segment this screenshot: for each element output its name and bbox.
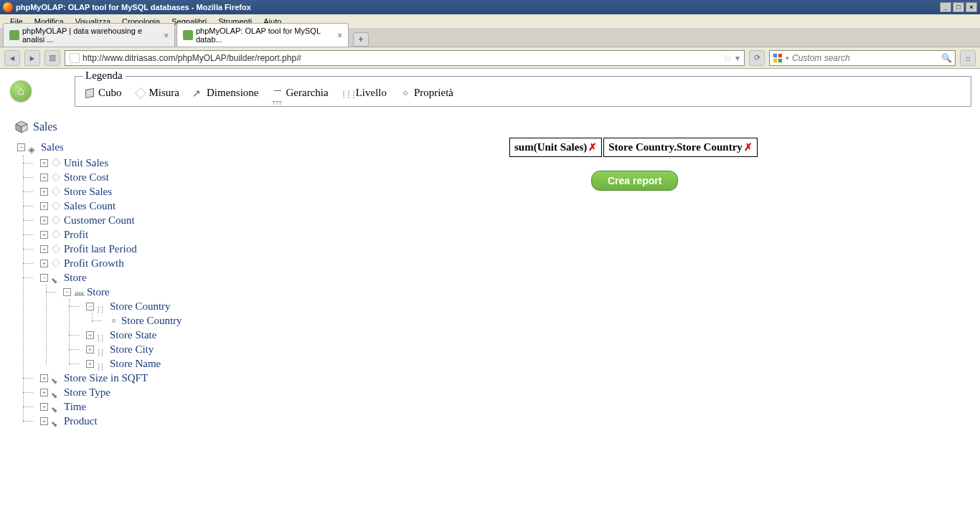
property-icon <box>403 91 407 95</box>
legend-title: Legenda <box>83 70 126 82</box>
bookmark-star-icon[interactable]: ☆ <box>723 52 732 64</box>
property-icon <box>112 319 116 323</box>
tab-close-icon[interactable]: × <box>338 31 342 39</box>
minimize-button[interactable]: _ <box>940 2 951 12</box>
expand-icon[interactable]: + <box>40 174 48 181</box>
measure-icon <box>52 173 60 181</box>
tab-2[interactable]: phpMyOLAP: OLAP tool for MySQL datab... … <box>176 23 349 47</box>
tree-level-name[interactable]: +Store Name <box>86 356 971 371</box>
legend-dimension: Dimensione <box>192 87 259 99</box>
reload-button[interactable]: ⟳ <box>749 50 765 66</box>
search-go-icon[interactable]: 🔍 <box>941 53 952 63</box>
tree-level-country[interactable]: −Store Country <box>86 299 971 313</box>
tree-dim-store-type[interactable]: +Store Type <box>40 385 971 399</box>
level-icon <box>97 344 107 354</box>
cube-icon <box>28 142 38 152</box>
expand-icon[interactable]: + <box>86 360 94 368</box>
new-tab-button[interactable]: + <box>353 32 369 47</box>
collapse-icon[interactable]: − <box>17 143 25 151</box>
search-input[interactable] <box>792 53 938 63</box>
search-box[interactable]: ▾ 🔍 <box>769 50 956 66</box>
tree-level-city[interactable]: +Store City <box>86 342 971 356</box>
active-cube: Sales <box>14 120 971 134</box>
tab-close-icon[interactable]: × <box>164 31 169 39</box>
legend-cube: Cubo <box>84 87 122 99</box>
expand-icon[interactable]: + <box>40 159 48 167</box>
collapse-icon[interactable]: − <box>86 303 94 310</box>
legend-box: Legenda Cubo Misura Dimensione Gerarchia… <box>75 76 971 107</box>
tree-level-state[interactable]: +Store State <box>86 328 971 342</box>
measure-icon <box>52 158 60 167</box>
history-button[interactable]: ▥ <box>44 50 60 66</box>
tree-hier-store[interactable]: −Store <box>63 285 971 299</box>
selected-measure-label: sum(Unit Sales) <box>514 141 587 153</box>
page-content: ⌂ Legenda Cubo Misura Dimensione Gerarch… <box>0 69 980 435</box>
measure-icon <box>135 87 146 99</box>
collapse-icon[interactable]: − <box>63 288 71 296</box>
cube-tree: − Sales +Unit Sales +Store Cost +Store S… <box>17 140 971 428</box>
tree-measure-store-sales[interactable]: +Store Sales <box>40 184 971 199</box>
tree-dim-product[interactable]: +Product <box>40 414 971 428</box>
tree-dim-store[interactable]: −Store <box>40 270 971 285</box>
window-titlebar: phpMyOLAP: OLAP tool for MySQL databases… <box>0 0 980 14</box>
dimension-icon <box>51 387 61 397</box>
forward-button[interactable]: ► <box>24 50 40 66</box>
page-icon <box>70 53 80 63</box>
svg-rect-3 <box>778 58 782 62</box>
selected-dimension-cell: Store Country.Store Country ✗ <box>603 138 758 157</box>
tab-label: phpMyOLAP: OLAP tool for MySQL datab... <box>196 27 329 44</box>
svg-rect-1 <box>778 53 782 57</box>
legend-property: Proprietà <box>400 87 453 99</box>
expand-icon[interactable]: + <box>86 331 94 339</box>
tab-1[interactable]: phpMyOLAP | data warehousing e analisi .… <box>3 23 175 47</box>
dimension-icon <box>51 272 61 282</box>
back-button[interactable]: ◄ <box>4 50 20 66</box>
url-toolbar: ◄ ► ▥ http://www.ditriasas.com/phpMyOLAP… <box>0 47 980 69</box>
tree-dim-time[interactable]: +Time <box>40 399 971 414</box>
close-button[interactable]: × <box>966 2 977 12</box>
expand-icon[interactable]: + <box>86 346 94 353</box>
expand-icon[interactable]: + <box>40 260 48 267</box>
home-button[interactable]: ⌂ <box>960 50 976 66</box>
expand-icon[interactable]: + <box>40 245 48 253</box>
selected-measure-cell: sum(Unit Sales) ✗ <box>509 138 602 157</box>
measure-icon <box>52 216 60 224</box>
maximize-button[interactable]: □ <box>953 2 964 12</box>
expand-icon[interactable]: + <box>40 231 48 239</box>
expand-icon[interactable]: + <box>40 188 48 196</box>
level-icon <box>97 330 107 340</box>
level-icon <box>341 87 353 99</box>
tree-measure-profit-last[interactable]: +Profit last Period <box>40 242 971 256</box>
expand-icon[interactable]: + <box>40 417 48 425</box>
expand-icon[interactable]: + <box>40 202 48 210</box>
window-title: phpMyOLAP: OLAP tool for MySQL databases… <box>16 3 251 11</box>
expand-icon[interactable]: + <box>40 374 48 382</box>
cube-name: Sales <box>33 120 57 133</box>
tree-measure-store-cost[interactable]: +Store Cost <box>40 170 971 184</box>
expand-icon[interactable]: + <box>40 217 48 224</box>
tree-measure-profit[interactable]: +Profit <box>40 227 971 242</box>
tree-measure-sales-count[interactable]: +Sales Count <box>40 199 971 213</box>
tree-measure-unit-sales[interactable]: +Unit Sales <box>40 156 971 170</box>
svg-rect-0 <box>773 53 777 57</box>
tree-measure-customer-count[interactable]: +Customer Count <box>40 213 971 227</box>
tree-prop-country[interactable]: Store Country <box>109 313 971 328</box>
url-input[interactable]: http://www.ditriasas.com/phpMyOLAP/build… <box>65 50 745 66</box>
tab-favicon <box>183 30 193 40</box>
measure-icon <box>52 230 60 239</box>
search-dropdown-icon[interactable]: ▾ <box>786 54 789 62</box>
hierarchy-icon <box>272 87 283 99</box>
remove-dimension-icon[interactable]: ✗ <box>744 141 753 153</box>
tab-label: phpMyOLAP | data warehousing e analisi .… <box>22 27 156 44</box>
expand-icon[interactable]: + <box>40 389 48 396</box>
dimension-icon <box>192 87 204 99</box>
tree-root[interactable]: − Sales <box>17 140 971 154</box>
level-icon <box>97 358 107 369</box>
tree-measure-profit-growth[interactable]: +Profit Growth <box>40 256 971 270</box>
collapse-icon[interactable]: − <box>40 274 48 282</box>
expand-icon[interactable]: + <box>40 403 48 411</box>
remove-measure-icon[interactable]: ✗ <box>588 141 597 153</box>
app-home-button[interactable]: ⌂ <box>10 80 32 102</box>
dropdown-icon[interactable]: ▾ <box>735 53 740 63</box>
tree-dim-store-size[interactable]: +Store Size in SQFT <box>40 371 971 385</box>
